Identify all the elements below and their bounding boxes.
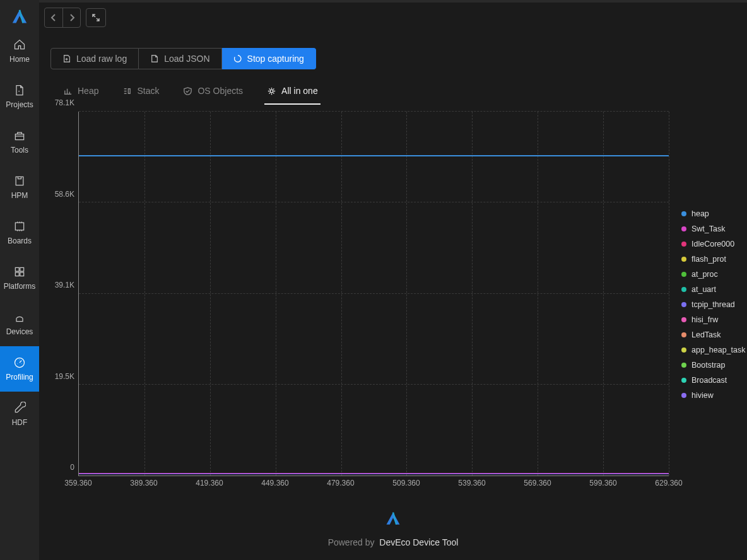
grid-line (210, 112, 211, 475)
topbar (39, 0, 747, 33)
y-tick: 78.1K (55, 98, 74, 107)
y-tick: 19.5K (55, 372, 74, 381)
legend-dot-icon (681, 287, 686, 292)
legend-dot-icon (681, 378, 686, 383)
load-json-button[interactable]: Load JSON (139, 48, 221, 69)
file-icon (13, 84, 26, 96)
legend-item-broadcast[interactable]: Broadcast (681, 373, 746, 388)
legend-item-bootstrap[interactable]: Bootstrap (681, 358, 746, 373)
sidebar-item-hdf[interactable]: HDF (0, 392, 39, 437)
legend-dot-icon (681, 317, 686, 322)
sidebar-item-home[interactable]: Home (0, 28, 39, 74)
toolbar: Load raw log Load JSON Stop capturing (50, 48, 736, 69)
home-icon (13, 38, 26, 51)
legend-label: Broadcast (691, 376, 727, 385)
legend-item-swt-task[interactable]: Swt_Task (681, 221, 746, 236)
expand-button[interactable] (86, 8, 106, 27)
grid-line (669, 112, 669, 475)
footer-brand: DevEco Device Tool (379, 537, 458, 547)
legend-item-app-heap-task[interactable]: app_heap_task (681, 342, 746, 358)
legend-dot-icon (681, 363, 686, 368)
sidebar-item-hpm[interactable]: HPM (0, 165, 39, 210)
series-tcpip-line (79, 474, 669, 474)
legend-item-heap[interactable]: heap (681, 206, 746, 221)
legend-label: IdleCore000 (691, 240, 734, 248)
x-tick: 629.360 (655, 479, 682, 487)
toolbox-icon (13, 129, 26, 142)
grid-line (276, 112, 276, 475)
footer-text: Powered by DevEco Device Tool (328, 537, 459, 547)
expand-icon (91, 13, 100, 22)
footer-prefix: Powered by (328, 537, 375, 547)
legend-label: Swt_Task (691, 225, 726, 233)
button-label: Load JSON (164, 54, 209, 64)
chart-plot[interactable]: 0 19.5K 39.1K 58.6K 78.1K (50, 112, 669, 490)
legend-label: tcpip_thread (691, 300, 735, 309)
grid-line (79, 111, 669, 112)
tab-all-in-one[interactable]: All in one (264, 79, 321, 105)
legend-dot-icon (681, 393, 686, 398)
gauge-icon (13, 356, 26, 369)
main-content: Load raw log Load JSON Stop capturing He… (39, 0, 747, 560)
legend-label: Bootstrap (691, 361, 726, 370)
sidebar-item-label: Devices (6, 327, 33, 336)
chart-area: 0 19.5K 39.1K 58.6K 78.1K (50, 112, 736, 505)
sidebar-item-devices[interactable]: Devices (0, 301, 39, 346)
footer-logo-icon (384, 510, 402, 530)
stop-capturing-button[interactable]: Stop capturing (222, 48, 316, 69)
button-label: Load raw log (76, 54, 127, 64)
load-raw-log-button[interactable]: Load raw log (50, 48, 139, 69)
legend-item-flash-prot[interactable]: flash_prot (681, 252, 746, 267)
grid-line (79, 293, 669, 294)
legend-label: flash_prot (691, 255, 726, 264)
sidebar-item-label: Home (9, 55, 30, 64)
legend-dot-icon (681, 332, 686, 337)
legend-label: hisi_frw (691, 315, 718, 324)
x-tick: 359.360 (64, 479, 91, 487)
y-tick: 39.1K (55, 281, 74, 289)
app-logo-icon (10, 8, 29, 28)
sidebar-item-profiling[interactable]: Profiling (0, 346, 39, 392)
x-tick: 509.360 (392, 479, 420, 487)
tab-label: Stack (137, 86, 159, 96)
wrench-icon (13, 402, 26, 414)
sidebar-item-boards[interactable]: Boards (0, 210, 39, 255)
file-icon (150, 54, 159, 63)
tab-label: Heap (78, 86, 98, 96)
grid-line (538, 112, 538, 475)
bar-chart-icon (63, 86, 73, 96)
legend-dot-icon (681, 211, 686, 216)
sidebar-item-label: Boards (8, 236, 32, 245)
chevron-left-icon (50, 14, 57, 21)
tab-label: OS Objects (197, 86, 243, 96)
legend-item-at-uart[interactable]: at_uart (681, 282, 746, 297)
tab-stack[interactable]: Stack (120, 79, 162, 105)
grid-line (406, 112, 407, 475)
sidebar-item-platforms[interactable]: Platforms (0, 255, 39, 301)
sidebar-item-tools[interactable]: Tools (0, 119, 39, 165)
legend-item-hiview[interactable]: hiview (681, 388, 746, 403)
forward-button[interactable] (62, 8, 80, 27)
sidebar-item-label: Projects (6, 100, 33, 109)
legend-label: heap (691, 209, 709, 218)
legend-item-at-proc[interactable]: at_proc (681, 267, 746, 282)
legend-item-ledtask[interactable]: LedTask (681, 327, 746, 342)
tab-label: All in one (281, 86, 318, 96)
back-button[interactable] (45, 8, 62, 27)
legend-item-idlecore000[interactable]: IdleCore000 (681, 236, 746, 252)
legend-item-tcpip-thread[interactable]: tcpip_thread (681, 297, 746, 312)
file-in-icon (62, 54, 71, 63)
x-tick: 539.360 (458, 479, 485, 487)
grid-line (472, 112, 473, 475)
legend-dot-icon (681, 272, 686, 277)
series-heap-line (79, 155, 669, 156)
device-icon (13, 311, 26, 324)
y-tick: 0 (70, 463, 74, 472)
x-tick: 479.360 (327, 479, 354, 487)
sidebar-item-projects[interactable]: Projects (0, 74, 39, 119)
x-tick: 389.360 (130, 479, 157, 487)
tab-os-objects[interactable]: OS Objects (180, 79, 245, 105)
legend-item-hisi-frw[interactable]: hisi_frw (681, 312, 746, 327)
legend-label: at_uart (691, 285, 716, 294)
button-label: Stop capturing (247, 54, 304, 64)
